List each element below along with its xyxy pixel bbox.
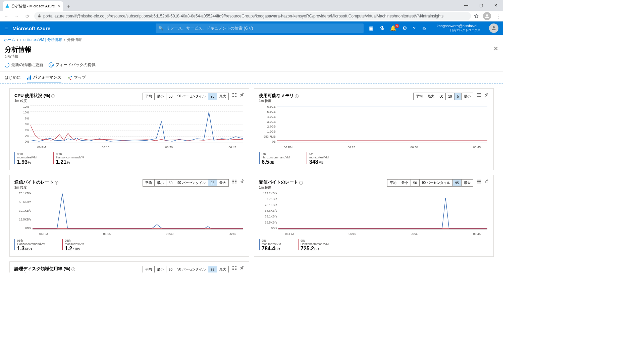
svg-rect-23 — [232, 181, 234, 182]
new-tab-button[interactable]: + — [64, 2, 73, 11]
seg-95[interactable]: 95 — [208, 93, 217, 100]
cpu-percentile-segment: 平均 最小 50 90 パーセンタイル 95 最大 — [143, 93, 229, 100]
svg-rect-11 — [235, 93, 236, 94]
svg-rect-4 — [30, 75, 31, 79]
window-minimize-icon[interactable]: — — [459, 0, 474, 11]
browser-menu-icon[interactable]: ⋮ — [495, 12, 501, 20]
svg-rect-19 — [479, 96, 481, 97]
content-scroll[interactable]: CPU 使用状況 (%)i 1m 粒度 平均 最小 50 90 パーセンタイル … — [0, 84, 503, 272]
url-input[interactable]: portal.azure.com/#@nissho-ele.co.jp/reso… — [34, 12, 471, 20]
view-grid-icon[interactable] — [232, 266, 237, 270]
azure-search-input[interactable]: 🔍 リソース、サービス、ドキュメントの検索 (G+/) — [156, 23, 364, 33]
view-grid-icon[interactable] — [232, 93, 237, 97]
notifications-icon[interactable]: 🔔3 — [390, 25, 396, 31]
close-blade-icon[interactable]: ✕ — [493, 45, 498, 52]
bookmark-star-icon[interactable] — [474, 13, 479, 19]
azure-brand[interactable]: Microsoft Azure — [12, 26, 50, 31]
forward-button[interactable]: → — [13, 12, 21, 20]
window-close-icon[interactable]: ✕ — [488, 0, 503, 11]
svg-rect-29 — [477, 181, 479, 182]
card-recv-bytes: 受信バイトのレートi 1m 粒度 平均 最小 50 90 パーセンタイル 95 … — [254, 175, 494, 257]
svg-rect-33 — [479, 183, 481, 184]
page-subtitle: 分析情報 — [5, 54, 32, 59]
svg-rect-14 — [477, 93, 479, 94]
svg-rect-36 — [232, 269, 234, 270]
window-maximize-icon[interactable]: ▢ — [474, 0, 488, 11]
settings-gear-icon[interactable]: ⚙ — [402, 25, 407, 31]
seg-90[interactable]: 90 パーセンタイル — [175, 93, 208, 100]
mem-percentile-segment: 平均 最大 50 10 5 最小 — [413, 93, 473, 100]
refresh-button[interactable]: 最新の情報に更新 — [5, 62, 43, 68]
user-avatar-icon[interactable] — [489, 23, 498, 33]
pin-icon[interactable] — [483, 92, 489, 98]
seg-max[interactable]: 最大 — [217, 93, 228, 100]
smile-icon — [49, 62, 54, 67]
svg-rect-35 — [232, 268, 234, 268]
pin-icon[interactable] — [238, 265, 245, 271]
info-icon[interactable]: i — [299, 181, 303, 185]
map-icon — [67, 76, 72, 80]
svg-rect-26 — [235, 181, 236, 182]
refresh-label: 最新の情報に更新 — [11, 62, 43, 68]
reload-button[interactable]: ⟳ — [23, 12, 32, 20]
page-title: 分析情報 — [5, 45, 32, 54]
legend-item: 95thHanzoncommandVM1.21% — [53, 152, 84, 165]
svg-rect-3 — [29, 77, 30, 80]
help-icon[interactable]: ? — [413, 26, 416, 31]
nav-hamburger-icon[interactable]: ≡ — [5, 25, 8, 31]
profile-avatar-icon[interactable] — [483, 12, 491, 20]
seg-min[interactable]: 最小 — [155, 93, 166, 100]
svg-rect-39 — [235, 269, 236, 270]
card-memory: 使用可能なメモリi 1m 粒度 平均 最大 50 10 5 最小 6.5GB5.… — [254, 88, 494, 170]
pin-icon[interactable] — [238, 178, 245, 185]
info-icon[interactable]: i — [55, 181, 58, 185]
svg-rect-10 — [232, 96, 234, 97]
tab-close-icon[interactable]: × — [58, 4, 60, 9]
browser-tab-strip: 分析情報 - Microsoft Azure × + — ▢ ✕ — [0, 0, 503, 11]
breadcrumb-home[interactable]: ホーム — [4, 37, 15, 42]
legend-item: 95thmonitortestVM1.93% — [14, 152, 37, 165]
feedback-button[interactable]: フィードバックの提供 — [49, 62, 96, 68]
browser-tab[interactable]: 分析情報 - Microsoft Azure × — [3, 1, 63, 11]
cpu-chart: 12%10%8%6%4%2%0% 06 PM06:1506:3006:45 — [14, 105, 244, 149]
info-icon[interactable]: i — [295, 94, 299, 98]
tab-map[interactable]: マップ — [67, 72, 86, 83]
user-org: 日商エレクトロニクス — [450, 28, 480, 33]
send-chart: 78.1KB/s58.6KB/s39.1KB/s19.5KB/s0B/s 06 … — [14, 192, 244, 236]
svg-rect-31 — [479, 180, 481, 181]
svg-rect-22 — [232, 180, 234, 181]
card-mem-title: 使用可能なメモリ — [259, 93, 294, 98]
view-grid-icon[interactable] — [232, 179, 237, 184]
user-account[interactable]: knogasawara@nissho-el... 日商エレクトロニクス — [437, 24, 480, 33]
pin-icon[interactable] — [238, 92, 245, 98]
tab-performance[interactable]: パフォーマンス — [27, 72, 61, 83]
url-text: portal.azure.com/#@nissho-ele.co.jp/reso… — [43, 14, 443, 18]
svg-point-1 — [493, 26, 495, 28]
cloud-shell-icon[interactable]: ▣ — [369, 25, 374, 31]
svg-rect-8 — [232, 93, 234, 94]
lock-icon — [38, 14, 41, 18]
view-grid-icon[interactable] — [477, 93, 481, 97]
filter-icon[interactable]: ⚗ — [380, 25, 384, 31]
back-button[interactable]: ← — [2, 12, 10, 20]
card-disk: 論理ディスク領域使用率 (%)i 1m 粒度 平均 最小 50 90 パーセンタ… — [9, 261, 249, 272]
breadcrumb: ホーム › monitortestVM | 分析情報 › 分析情報 — [0, 35, 503, 44]
svg-rect-12 — [235, 95, 236, 95]
pin-icon[interactable] — [483, 178, 489, 185]
info-icon[interactable]: i — [51, 94, 55, 98]
tab-start[interactable]: はじめに — [5, 72, 21, 83]
seg-avg[interactable]: 平均 — [143, 93, 155, 100]
svg-rect-34 — [232, 266, 234, 267]
view-grid-icon[interactable] — [477, 179, 481, 184]
cpu-yaxis: 12%10%8%6%4%2%0% — [14, 105, 31, 143]
refresh-icon — [4, 62, 10, 68]
seg-50[interactable]: 50 — [166, 93, 175, 100]
breadcrumb-current: 分析情報 — [67, 37, 82, 42]
card-send-bytes: 送信バイトのレートi 1m 粒度 平均 最小 50 90 パーセンタイル 95 … — [9, 175, 249, 257]
feedback-face-icon[interactable]: ☺ — [422, 26, 427, 31]
info-icon[interactable]: i — [71, 267, 75, 271]
recv-chart: 117.2KB/s97.7KB/s78.1KB/s58.6KB/s39.1KB/… — [259, 192, 489, 236]
breadcrumb-vm[interactable]: monitortestVM | 分析情報 — [20, 37, 62, 42]
card-cpu: CPU 使用状況 (%)i 1m 粒度 平均 最小 50 90 パーセンタイル … — [9, 88, 249, 170]
svg-rect-15 — [477, 95, 479, 95]
